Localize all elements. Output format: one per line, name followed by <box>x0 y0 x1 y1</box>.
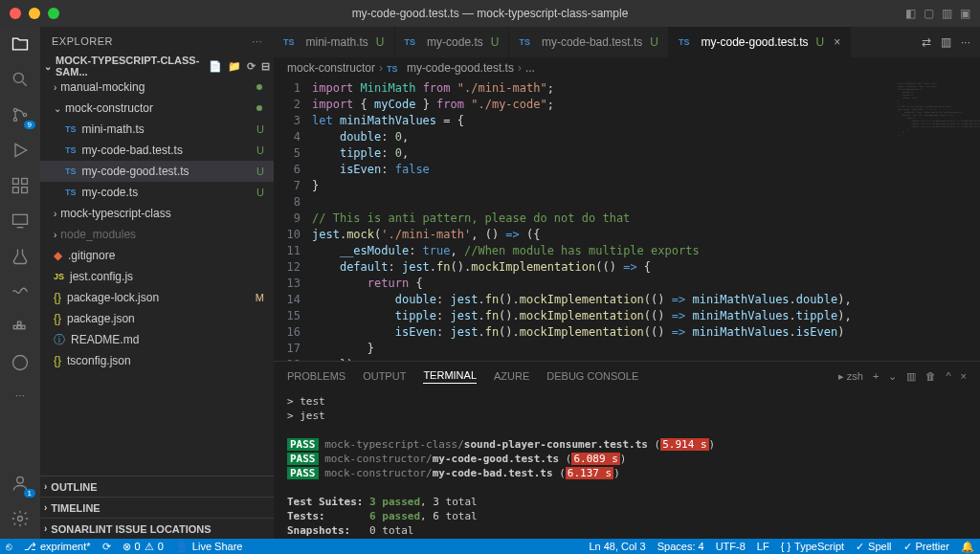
sync-icon[interactable]: ⟳ <box>102 541 111 553</box>
svg-point-1 <box>13 108 16 111</box>
encoding[interactable]: UTF-8 <box>716 541 746 553</box>
folder-mock-typescript-class[interactable]: ›mock-typescript-class <box>40 203 274 224</box>
project-section-header[interactable]: ⌄ MOCK-TYPESCRIPT-CLASS-SAM... 📄 📁 ⟳ ⊟ <box>40 55 274 77</box>
docker-icon[interactable] <box>11 318 30 340</box>
git-branch[interactable]: ⎇ expriment* <box>24 541 91 553</box>
more-icon[interactable]: ··· <box>15 388 25 402</box>
sonarlint-icon[interactable] <box>11 282 30 304</box>
close-panel-icon[interactable]: × <box>961 370 967 382</box>
new-folder-icon[interactable]: 📁 <box>228 60 241 73</box>
run-debug-icon[interactable] <box>11 141 30 163</box>
titlebar-actions: ◧ ▢ ▥ ▣ <box>905 7 970 20</box>
file-README.md[interactable]: ⓘREADME.md <box>40 329 274 350</box>
breadcrumbs[interactable]: mock-constructor›TS my-code-good.test.ts… <box>274 57 980 78</box>
code-content[interactable]: import MiniMath from "./mini-math";impor… <box>312 78 894 361</box>
file-.gitignore[interactable]: ◆.gitignore <box>40 245 274 266</box>
indentation[interactable]: Spaces: 4 <box>657 541 704 553</box>
sidebar-title: EXPLORER <box>52 35 113 47</box>
minimize-window[interactable] <box>29 8 40 19</box>
cursor-position[interactable]: Ln 48, Col 3 <box>589 541 645 553</box>
maximize-panel-icon[interactable]: ^ <box>946 370 950 382</box>
activity-bar: ··· <box>0 27 40 539</box>
testing-icon[interactable] <box>11 247 30 269</box>
remote-indicator[interactable]: ⎋ <box>6 541 12 552</box>
editor-body[interactable]: 1234567891011121314151617181920 import M… <box>274 78 980 361</box>
svg-point-14 <box>17 476 24 483</box>
toggle-panel-icon[interactable]: ◧ <box>905 7 916 20</box>
section-outline[interactable]: ›OUTLINE <box>40 476 274 497</box>
split-terminal-icon[interactable]: ▥ <box>906 370 916 383</box>
eol[interactable]: LF <box>757 541 769 553</box>
maximize-window[interactable] <box>48 8 59 19</box>
layout-icon[interactable]: ▢ <box>924 7 934 20</box>
remote-explorer-icon[interactable] <box>11 211 30 233</box>
panel-tab-problems[interactable]: PROBLEMS <box>287 370 345 382</box>
folder-manual-mocking[interactable]: ›manual-mocking <box>40 77 274 98</box>
line-gutter: 1234567891011121314151617181920 <box>274 78 312 361</box>
panel-tab-debug console[interactable]: DEBUG CONSOLE <box>546 370 638 382</box>
problems-status[interactable]: ⊗ 0 ⚠ 0 <box>122 541 164 553</box>
tab-mini-math.ts[interactable]: TSmini-math.tsU <box>274 27 395 57</box>
file-tsconfig.json[interactable]: {}tsconfig.json <box>40 350 274 371</box>
split-editor-icon[interactable]: ▥ <box>941 35 951 49</box>
prettier-status[interactable]: ✓ Prettier <box>903 541 949 553</box>
window-title: my-code-good.test.ts — mock-typescript-c… <box>352 7 629 20</box>
layout-icon-2[interactable]: ▥ <box>942 7 952 20</box>
spell-check[interactable]: ✓ Spell <box>856 541 891 553</box>
settings-gear-icon[interactable] <box>11 509 30 531</box>
folder-node_modules[interactable]: ›node_modules <box>40 224 274 245</box>
panel-tabs: PROBLEMSOUTPUTTERMINALAZUREDEBUG CONSOLE… <box>274 362 980 390</box>
file-package-lock.json[interactable]: {}package-lock.jsonM <box>40 287 274 308</box>
kill-terminal-icon[interactable]: 🗑 <box>925 370 936 382</box>
minimap[interactable]: import MiniMath from "./mini-math"; impo… <box>894 78 980 361</box>
tab-my-code-good.test.ts[interactable]: TSmy-code-good.test.tsU× <box>669 27 851 57</box>
svg-rect-7 <box>22 188 28 193</box>
sidebar-more-icon[interactable]: ··· <box>252 35 262 47</box>
source-control-icon[interactable] <box>11 105 30 127</box>
terminal-body[interactable]: > test> jest PASS mock-typescript-class/… <box>274 390 980 539</box>
svg-rect-10 <box>18 325 21 328</box>
editor-area: TSmini-math.tsUTSmy-code.tsUTSmy-code-ba… <box>274 27 980 539</box>
more-actions-icon[interactable]: ··· <box>961 35 970 49</box>
panel-tab-output[interactable]: OUTPUT <box>363 370 406 382</box>
github-icon[interactable] <box>11 353 30 375</box>
refresh-icon[interactable]: ⟳ <box>247 60 256 73</box>
titlebar: my-code-good.test.ts — mock-typescript-c… <box>0 0 980 27</box>
folder-mock-constructor[interactable]: ⌄mock-constructor <box>40 98 274 119</box>
live-share[interactable]: 👤 Live Share <box>175 541 243 553</box>
file-my-code.ts[interactable]: TSmy-code.tsU <box>40 182 274 203</box>
compare-changes-icon[interactable]: ⇄ <box>922 35 931 49</box>
notifications-icon[interactable]: 🔔 <box>961 541 974 553</box>
collapse-icon[interactable]: ⊟ <box>261 60 270 73</box>
search-icon[interactable] <box>11 70 30 92</box>
terminal-dropdown-icon[interactable]: ⌄ <box>888 370 897 383</box>
section-timeline[interactable]: ›TIMELINE <box>40 497 274 518</box>
account-icon[interactable] <box>11 474 30 496</box>
file-my-code-good.test.ts[interactable]: TSmy-code-good.test.tsU <box>40 161 274 182</box>
svg-rect-8 <box>13 214 28 224</box>
file-jest.config.js[interactable]: JSjest.config.js <box>40 266 274 287</box>
window-controls <box>10 8 59 19</box>
file-tree: ›manual-mocking⌄mock-constructorTSmini-m… <box>40 77 274 476</box>
panel-tab-terminal[interactable]: TERMINAL <box>423 369 477 384</box>
section-sonarlint-issue-locations[interactable]: ›SONARLINT ISSUE LOCATIONS <box>40 518 274 539</box>
file-mini-math.ts[interactable]: TSmini-math.tsU <box>40 119 274 140</box>
new-terminal-icon[interactable]: + <box>873 370 879 382</box>
explorer-icon[interactable] <box>11 34 30 56</box>
file-my-code-bad.test.ts[interactable]: TSmy-code-bad.test.tsU <box>40 140 274 161</box>
tab-my-code.ts[interactable]: TSmy-code.tsU <box>395 27 510 57</box>
svg-rect-11 <box>18 321 21 324</box>
svg-rect-5 <box>22 179 28 185</box>
sidebar: EXPLORER ··· ⌄ MOCK-TYPESCRIPT-CLASS-SAM… <box>40 27 274 539</box>
layout-icon-3[interactable]: ▣ <box>960 7 970 20</box>
sidebar-header: EXPLORER ··· <box>40 27 274 55</box>
extensions-icon[interactable] <box>11 176 30 198</box>
tab-my-code-bad.test.ts[interactable]: TSmy-code-bad.test.tsU <box>509 27 669 57</box>
terminal-shell-label[interactable]: ▸ zsh <box>838 370 863 383</box>
file-package.json[interactable]: {}package.json <box>40 308 274 329</box>
close-window[interactable] <box>10 8 21 19</box>
panel-tab-azure[interactable]: AZURE <box>494 370 529 382</box>
new-file-icon[interactable]: 📄 <box>209 60 222 73</box>
language-mode[interactable]: { } TypeScript <box>781 541 844 553</box>
editor-tabs: TSmini-math.tsUTSmy-code.tsUTSmy-code-ba… <box>274 27 980 57</box>
